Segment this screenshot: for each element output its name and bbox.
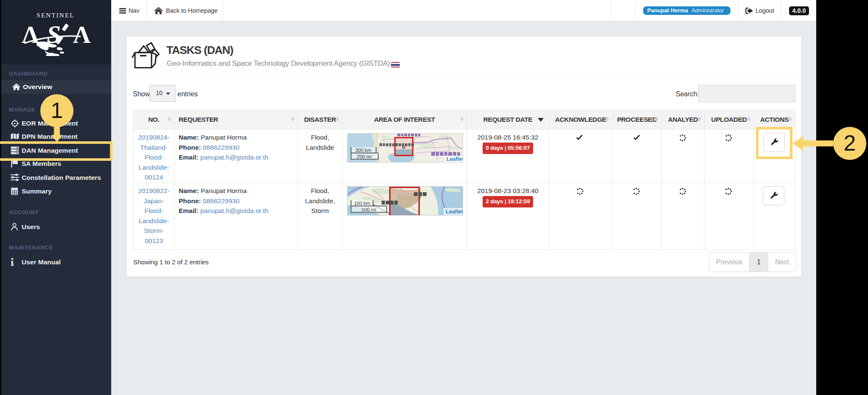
svg-text:Λ: Λ <box>73 21 91 48</box>
svg-text:200 mi: 200 mi <box>357 154 372 159</box>
svg-text:Leaflet: Leaflet <box>446 209 463 215</box>
svg-text:100 km: 100 km <box>354 201 370 206</box>
svg-text:300 km: 300 km <box>355 148 371 153</box>
svg-text:Leaflet: Leaflet <box>447 156 463 162</box>
svg-text:100 mi: 100 mi <box>362 207 376 212</box>
